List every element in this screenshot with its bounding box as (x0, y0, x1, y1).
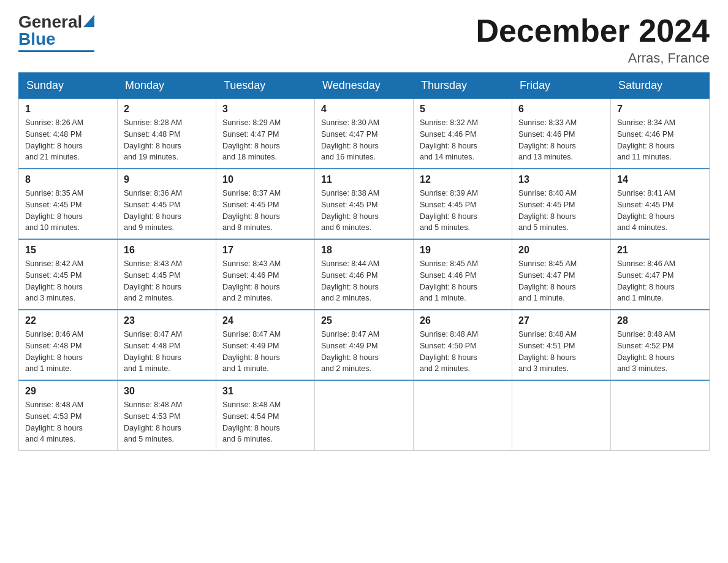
calendar-cell: 8Sunrise: 8:35 AMSunset: 4:45 PMDaylight… (19, 169, 118, 239)
day-info: Sunrise: 8:39 AMSunset: 4:45 PMDaylight:… (420, 188, 506, 234)
day-info: Sunrise: 8:46 AMSunset: 4:47 PMDaylight:… (617, 258, 703, 304)
title-section: December 2024 Arras, France (476, 12, 710, 66)
day-number: 31 (222, 386, 308, 397)
day-number: 21 (617, 245, 703, 256)
weekday-header-tuesday: Tuesday (216, 73, 315, 99)
day-info: Sunrise: 8:40 AMSunset: 4:45 PMDaylight:… (518, 188, 604, 234)
calendar-cell: 25Sunrise: 8:47 AMSunset: 4:49 PMDayligh… (315, 310, 414, 380)
day-number: 16 (124, 245, 210, 256)
calendar-cell: 13Sunrise: 8:40 AMSunset: 4:45 PMDayligh… (512, 169, 611, 239)
calendar-cell: 17Sunrise: 8:43 AMSunset: 4:46 PMDayligh… (216, 239, 315, 310)
day-number: 22 (25, 315, 111, 326)
day-info: Sunrise: 8:30 AMSunset: 4:47 PMDaylight:… (321, 117, 407, 163)
day-info: Sunrise: 8:44 AMSunset: 4:46 PMDaylight:… (321, 258, 407, 304)
weekday-header-friday: Friday (512, 73, 611, 99)
day-number: 13 (518, 174, 604, 185)
weekday-header-thursday: Thursday (414, 73, 512, 99)
day-number: 23 (124, 315, 210, 326)
day-number: 11 (321, 174, 407, 185)
calendar-cell: 14Sunrise: 8:41 AMSunset: 4:45 PMDayligh… (611, 169, 710, 239)
weekday-header-sunday: Sunday (19, 73, 118, 99)
calendar-cell (315, 380, 414, 451)
calendar-cell: 2Sunrise: 8:28 AMSunset: 4:48 PMDaylight… (118, 99, 216, 169)
calendar-cell: 29Sunrise: 8:48 AMSunset: 4:53 PMDayligh… (19, 380, 118, 451)
calendar-cell: 5Sunrise: 8:32 AMSunset: 4:46 PMDaylight… (414, 99, 512, 169)
day-info: Sunrise: 8:48 AMSunset: 4:53 PMDaylight:… (25, 399, 111, 445)
day-info: Sunrise: 8:41 AMSunset: 4:45 PMDaylight:… (617, 188, 703, 234)
calendar-cell: 22Sunrise: 8:46 AMSunset: 4:48 PMDayligh… (19, 310, 118, 380)
calendar-cell: 6Sunrise: 8:33 AMSunset: 4:46 PMDaylight… (512, 99, 611, 169)
day-number: 2 (124, 104, 210, 115)
calendar-cell: 20Sunrise: 8:45 AMSunset: 4:47 PMDayligh… (512, 239, 611, 310)
calendar-cell: 21Sunrise: 8:46 AMSunset: 4:47 PMDayligh… (611, 239, 710, 310)
calendar-week-5: 29Sunrise: 8:48 AMSunset: 4:53 PMDayligh… (19, 380, 710, 451)
weekday-header-row: SundayMondayTuesdayWednesdayThursdayFrid… (19, 73, 710, 99)
day-number: 5 (420, 104, 506, 115)
logo-blue-text: Blue (18, 29, 56, 49)
day-number: 8 (25, 174, 111, 185)
day-number: 18 (321, 245, 407, 256)
weekday-header-saturday: Saturday (611, 73, 710, 99)
day-info: Sunrise: 8:47 AMSunset: 4:49 PMDaylight:… (321, 329, 407, 375)
day-info: Sunrise: 8:29 AMSunset: 4:47 PMDaylight:… (222, 117, 308, 163)
calendar-cell (414, 380, 512, 451)
logo-triangle-icon (83, 15, 94, 27)
day-info: Sunrise: 8:48 AMSunset: 4:51 PMDaylight:… (518, 329, 604, 375)
calendar-week-2: 8Sunrise: 8:35 AMSunset: 4:45 PMDaylight… (19, 169, 710, 239)
calendar-cell: 31Sunrise: 8:48 AMSunset: 4:54 PMDayligh… (216, 380, 315, 451)
day-info: Sunrise: 8:48 AMSunset: 4:52 PMDaylight:… (617, 329, 703, 375)
day-info: Sunrise: 8:36 AMSunset: 4:45 PMDaylight:… (124, 188, 210, 234)
day-number: 9 (124, 174, 210, 185)
day-number: 25 (321, 315, 407, 326)
calendar-week-3: 15Sunrise: 8:42 AMSunset: 4:45 PMDayligh… (19, 239, 710, 310)
day-info: Sunrise: 8:45 AMSunset: 4:47 PMDaylight:… (518, 258, 604, 304)
day-number: 14 (617, 174, 703, 185)
day-info: Sunrise: 8:48 AMSunset: 4:53 PMDaylight:… (124, 399, 210, 445)
day-info: Sunrise: 8:47 AMSunset: 4:48 PMDaylight:… (124, 329, 210, 375)
day-info: Sunrise: 8:43 AMSunset: 4:46 PMDaylight:… (222, 258, 308, 304)
logo-underline (18, 50, 94, 52)
day-number: 17 (222, 245, 308, 256)
day-info: Sunrise: 8:37 AMSunset: 4:45 PMDaylight:… (222, 188, 308, 234)
calendar-cell: 27Sunrise: 8:48 AMSunset: 4:51 PMDayligh… (512, 310, 611, 380)
calendar-week-4: 22Sunrise: 8:46 AMSunset: 4:48 PMDayligh… (19, 310, 710, 380)
calendar-table: SundayMondayTuesdayWednesdayThursdayFrid… (18, 72, 710, 451)
calendar-week-1: 1Sunrise: 8:26 AMSunset: 4:48 PMDaylight… (19, 99, 710, 169)
day-number: 26 (420, 315, 506, 326)
calendar-cell: 24Sunrise: 8:47 AMSunset: 4:49 PMDayligh… (216, 310, 315, 380)
calendar-cell: 9Sunrise: 8:36 AMSunset: 4:45 PMDaylight… (118, 169, 216, 239)
day-info: Sunrise: 8:26 AMSunset: 4:48 PMDaylight:… (25, 117, 111, 163)
day-number: 29 (25, 386, 111, 397)
day-number: 19 (420, 245, 506, 256)
calendar-cell: 15Sunrise: 8:42 AMSunset: 4:45 PMDayligh… (19, 239, 118, 310)
day-number: 15 (25, 245, 111, 256)
day-number: 4 (321, 104, 407, 115)
calendar-cell (611, 380, 710, 451)
calendar-cell: 26Sunrise: 8:48 AMSunset: 4:50 PMDayligh… (414, 310, 512, 380)
day-info: Sunrise: 8:35 AMSunset: 4:45 PMDaylight:… (25, 188, 111, 234)
calendar-cell: 28Sunrise: 8:48 AMSunset: 4:52 PMDayligh… (611, 310, 710, 380)
day-number: 24 (222, 315, 308, 326)
day-info: Sunrise: 8:45 AMSunset: 4:46 PMDaylight:… (420, 258, 506, 304)
day-number: 12 (420, 174, 506, 185)
calendar-cell: 10Sunrise: 8:37 AMSunset: 4:45 PMDayligh… (216, 169, 315, 239)
calendar-cell: 4Sunrise: 8:30 AMSunset: 4:47 PMDaylight… (315, 99, 414, 169)
calendar-cell: 1Sunrise: 8:26 AMSunset: 4:48 PMDaylight… (19, 99, 118, 169)
day-info: Sunrise: 8:33 AMSunset: 4:46 PMDaylight:… (518, 117, 604, 163)
day-info: Sunrise: 8:28 AMSunset: 4:48 PMDaylight:… (124, 117, 210, 163)
day-number: 28 (617, 315, 703, 326)
day-number: 20 (518, 245, 604, 256)
month-title: December 2024 (476, 12, 710, 49)
calendar-cell: 18Sunrise: 8:44 AMSunset: 4:46 PMDayligh… (315, 239, 414, 310)
day-info: Sunrise: 8:46 AMSunset: 4:48 PMDaylight:… (25, 329, 111, 375)
day-info: Sunrise: 8:34 AMSunset: 4:46 PMDaylight:… (617, 117, 703, 163)
calendar-cell: 12Sunrise: 8:39 AMSunset: 4:45 PMDayligh… (414, 169, 512, 239)
day-info: Sunrise: 8:32 AMSunset: 4:46 PMDaylight:… (420, 117, 506, 163)
day-info: Sunrise: 8:48 AMSunset: 4:50 PMDaylight:… (420, 329, 506, 375)
calendar-cell (512, 380, 611, 451)
day-info: Sunrise: 8:47 AMSunset: 4:49 PMDaylight:… (222, 329, 308, 375)
day-info: Sunrise: 8:43 AMSunset: 4:45 PMDaylight:… (124, 258, 210, 304)
day-info: Sunrise: 8:38 AMSunset: 4:45 PMDaylight:… (321, 188, 407, 234)
calendar-cell: 19Sunrise: 8:45 AMSunset: 4:46 PMDayligh… (414, 239, 512, 310)
logo: General Blue (18, 12, 94, 52)
